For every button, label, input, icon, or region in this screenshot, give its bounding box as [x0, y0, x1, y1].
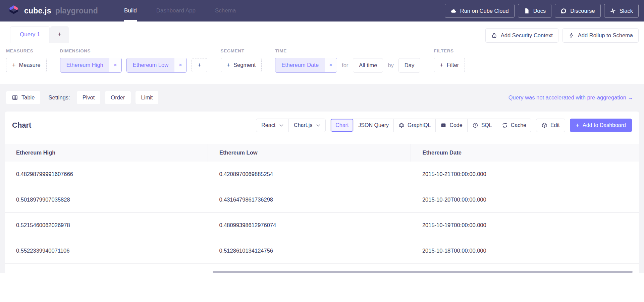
add-segment-button[interactable]: + Segment [221, 58, 262, 72]
query-builder: MEASURES + Measure DIMENSIONS Ethereum H… [0, 43, 644, 84]
horizontal-scrollbar[interactable] [213, 271, 633, 273]
table-row: 0.5018979907035828 0.4316479861736298 20… [5, 187, 639, 213]
filters-label: FILTERS [434, 48, 465, 53]
chart-title: Chart [12, 121, 31, 130]
tab-graphiql-label: GraphiQL [408, 122, 431, 128]
add-to-dashboard-label: Add to Dashboard [583, 122, 626, 128]
chevron-down-icon [279, 124, 283, 127]
tab-chart[interactable]: Chart [331, 119, 354, 132]
for-label: for [342, 62, 348, 69]
logo-text-secondary: playground [55, 6, 98, 15]
column-header-ethereum-low: Ethereum Low [208, 144, 411, 162]
chevron-down-icon [316, 124, 320, 127]
cell-low: 0.4316479861736298 [208, 187, 411, 213]
column-header-ethereum-high: Ethereum High [5, 144, 208, 162]
measures-label: MEASURES [6, 48, 47, 53]
add-rollup-to-schema-button[interactable]: Add Rollup to Schema [562, 28, 639, 43]
query-tab-1[interactable]: Query 1 [10, 26, 50, 43]
dimension-chip-ethereum-high[interactable]: Ethereum High × [60, 58, 122, 73]
nav-actions: Run on Cube Cloud Docs Discourse Slack [445, 0, 639, 21]
cubejs-logo: cube.js playground [8, 0, 98, 21]
table-view-button[interactable]: Table [6, 91, 40, 104]
pivot-button[interactable]: Pivot [77, 91, 101, 104]
query-tabs: Query 1 + [10, 26, 69, 43]
add-dimension-button[interactable]: + [192, 58, 207, 72]
column-header-ethereum-date: Ethereum Date [411, 144, 639, 162]
docs-icon [524, 8, 530, 14]
tab-code[interactable]: >_ Code [436, 119, 467, 132]
chart-controls: React Chart.js Chart JSON Query [256, 119, 632, 132]
tab-sql[interactable]: ? SQL [468, 119, 497, 132]
svg-text:?: ? [474, 124, 476, 127]
question-circle-icon: ? [472, 122, 478, 128]
nav-tab-dashboard-app[interactable]: Dashboard App [156, 0, 196, 21]
code-terminal-icon: >_ [440, 122, 446, 128]
framework-select[interactable]: React [256, 119, 288, 132]
order-button[interactable]: Order [105, 91, 130, 104]
nav-tab-schema[interactable]: Schema [215, 0, 236, 21]
cell-high: 0.5634599924087524 [5, 264, 208, 273]
table-row: 0.5215460062026978 0.48099398612976074 2… [5, 213, 639, 238]
run-on-cube-cloud-button[interactable]: Run on Cube Cloud [445, 4, 515, 18]
cell-date: 2015-10-21T00:00:00.000 [411, 162, 639, 187]
time-chip-label: Ethereum Date [275, 58, 325, 72]
dimension-chip-label: Ethereum High [60, 58, 109, 72]
cell-date: 2015-10-19T00:00:00.000 [411, 213, 639, 238]
docs-button[interactable]: Docs [518, 4, 552, 18]
framework-library-selects: React Chart.js [256, 119, 326, 132]
results-area: Table Settings: Pivot Order Limit Query … [0, 84, 644, 273]
cloud-icon [450, 8, 457, 14]
remove-dimension-icon[interactable]: × [109, 58, 121, 72]
time-group: TIME Ethereum Date × for All time by Day [275, 48, 420, 73]
cubejs-logo-icon [8, 5, 20, 17]
tab-graphiql[interactable]: GraphiQL [394, 119, 436, 132]
add-filter-button[interactable]: + Filter [434, 58, 465, 72]
framework-select-value: React [261, 122, 275, 128]
svg-text:>_: >_ [442, 124, 445, 127]
docs-label: Docs [533, 8, 546, 14]
nav-tabs: Build Dashboard App Schema [124, 0, 236, 21]
edit-button[interactable]: Edit [536, 119, 565, 132]
dimension-chip-ethereum-low[interactable]: Ethereum Low × [126, 58, 187, 73]
tab-cache[interactable]: Cache [497, 119, 531, 132]
results-table: Ethereum High Ethereum Low Ethereum Date… [5, 144, 639, 273]
add-security-context-button[interactable]: Add Security Context [485, 28, 558, 43]
add-to-dashboard-button[interactable]: + Add to Dashboard [570, 119, 632, 132]
tab-json-query[interactable]: JSON Query [354, 119, 394, 132]
slack-button[interactable]: Slack [604, 4, 639, 18]
granularity-select[interactable]: Day [398, 58, 420, 73]
cell-high: 0.5522339940071106 [5, 238, 208, 264]
table-header-row: Ethereum High Ethereum Low Ethereum Date [5, 144, 639, 162]
remove-dimension-icon[interactable]: × [174, 58, 186, 72]
time-chip-ethereum-date[interactable]: Ethereum Date × [275, 58, 337, 73]
chart-card: Chart React Chart.js Chart JSON Query [5, 112, 639, 273]
add-segment-label: Segment [233, 62, 256, 68]
tab-sql-label: SQL [481, 122, 492, 128]
discourse-button[interactable]: Discourse [555, 4, 600, 18]
library-select-value: Chart.js [294, 122, 312, 128]
preaggregation-link[interactable]: Query was not accelerated with pre-aggre… [508, 94, 633, 101]
nav-tab-build[interactable]: Build [124, 0, 137, 21]
add-filter-label: Filter [447, 62, 459, 68]
cell-low: 0.48099398612976074 [208, 213, 411, 238]
plus-icon: + [12, 62, 16, 68]
add-measure-button[interactable]: + Measure [6, 58, 47, 72]
view-mode-tabs: Chart JSON Query GraphiQL >_ [330, 119, 531, 132]
library-select[interactable]: Chart.js [288, 119, 325, 132]
slack-icon [610, 8, 616, 14]
cell-high: 0.5018979907035828 [5, 187, 208, 213]
table-view-label: Table [21, 94, 35, 101]
add-rollup-to-schema-label: Add Rollup to Schema [578, 32, 633, 39]
limit-button[interactable]: Limit [136, 91, 159, 104]
add-query-tab-button[interactable]: + [50, 26, 69, 43]
cell-date: 2015-10-18T00:00:00.000 [411, 238, 639, 264]
dimensions-group: DIMENSIONS Ethereum High × Ethereum Low … [60, 48, 207, 73]
plus-icon: + [440, 62, 443, 68]
filters-group: FILTERS + Filter [434, 48, 465, 73]
discourse-label: Discourse [570, 8, 595, 14]
add-measure-label: Measure [19, 62, 41, 68]
date-range-select[interactable]: All time [353, 58, 383, 73]
plus-icon: + [198, 62, 201, 68]
plus-icon: + [576, 122, 580, 128]
remove-time-icon[interactable]: × [325, 58, 337, 72]
